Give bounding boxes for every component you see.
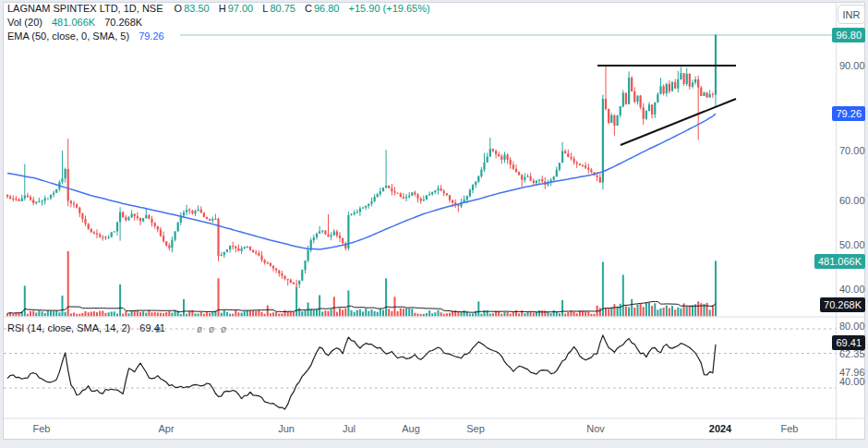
close-value: 96.80 — [314, 3, 340, 14]
open-value: 83.50 — [184, 3, 210, 14]
volume-legend-row[interactable]: Vol (20) 481.066K 70.268K — [7, 17, 142, 29]
price-axis-tick: 60.00 — [839, 196, 865, 206]
svg-text:ø: ø — [221, 324, 226, 334]
volume-value: 481.066K — [52, 17, 95, 28]
currency-label: INR — [843, 9, 861, 20]
price-axis-badge: 481.066K — [814, 254, 865, 269]
rsi-value: 69.41 — [139, 322, 165, 333]
svg-text:ø: ø — [209, 324, 214, 334]
time-axis-label: Jul — [343, 423, 356, 434]
rsi-axis-tick: 62.35 — [839, 349, 865, 359]
price-axis-badge: 79.26 — [832, 106, 865, 121]
high-value: 97.00 — [228, 3, 254, 14]
price-axis-tick: 40.00 — [839, 285, 865, 295]
time-axis-label: Apr — [158, 423, 174, 434]
ema-legend-row[interactable]: EMA (50, close, 0, SMA, 5) 79.26 — [7, 30, 164, 42]
time-axis-label: Aug — [402, 423, 420, 434]
svg-text:ø: ø — [197, 324, 202, 334]
change-value: +15.90 (+19.65%) — [349, 3, 430, 14]
price-axis-badge: 69.41 — [832, 335, 865, 350]
time-axis-label: 2024 — [709, 423, 731, 434]
low-label: L — [262, 3, 268, 14]
rsi-axis-tick: 80.00 — [839, 321, 865, 332]
time-axis-label: Nov — [586, 423, 605, 434]
symbol-title: LAGNAM SPINTEX LTD, 1D, NSE — [7, 3, 163, 14]
rsi-legend-row[interactable]: RSI (14, close, SMA, 14, 2) 69.41 — [7, 322, 165, 334]
symbol-legend-row[interactable]: LAGNAM SPINTEX LTD, 1D, NSE O83.50 H97.0… — [7, 3, 430, 15]
price-axis-tick: 50.00 — [839, 240, 865, 250]
high-label: H — [219, 3, 226, 14]
volume-label: Vol (20) — [7, 17, 42, 28]
rsi-axis-tick: 40.00 — [839, 377, 865, 387]
time-axis-label: Sep — [466, 423, 485, 434]
price-axis-tick: 70.00 — [839, 146, 865, 156]
chart-plot-area[interactable]: øøøø — [0, 0, 868, 448]
currency-button[interactable]: INR — [838, 5, 865, 24]
volume-ma-value: 70.268K — [104, 17, 142, 28]
ema-value: 79.26 — [139, 30, 164, 42]
low-value: 80.75 — [270, 3, 295, 14]
price-axis-badge: 70.268K — [820, 297, 865, 312]
chart-window: øøøø LAGNAM SPINTEX LTD, 1D, NSE O83.50 … — [0, 0, 868, 448]
time-axis-label: Feb — [781, 423, 799, 434]
open-label: O — [175, 3, 183, 14]
ema-label: EMA (50, close, 0, SMA, 5) — [7, 30, 129, 42]
time-axis-label: Jun — [278, 423, 295, 434]
close-label: C — [305, 3, 312, 14]
price-axis-tick: 90.00 — [839, 61, 865, 71]
rsi-label: RSI (14, close, SMA, 14, 2) — [7, 322, 130, 333]
price-axis-badge: 96.80 — [832, 28, 865, 42]
price-axis[interactable] — [837, 26, 865, 418]
time-axis-label: Feb — [33, 423, 51, 434]
